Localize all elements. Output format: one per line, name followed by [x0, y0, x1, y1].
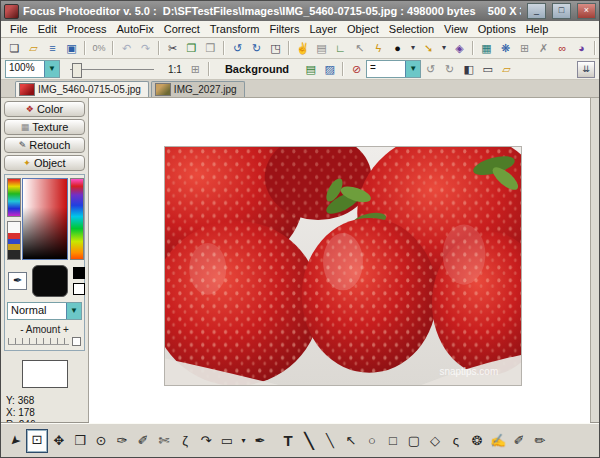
frame-icon[interactable]: ⊞ — [516, 40, 533, 56]
menu-object[interactable]: Object — [342, 23, 384, 35]
save-icon[interactable]: ▣ — [63, 40, 80, 56]
image-icon[interactable]: ▤ — [302, 61, 319, 77]
palette-strip[interactable] — [7, 221, 21, 260]
path-icon[interactable]: ✗ — [535, 40, 552, 56]
eyedropper-icon[interactable]: ✒ — [8, 272, 27, 290]
saturation-value-picker[interactable] — [22, 178, 68, 260]
fit-window-icon[interactable]: ⊞ — [187, 61, 204, 77]
marquee-tool[interactable]: ▭ — [217, 430, 237, 452]
s-curve-tool[interactable]: ς — [446, 430, 466, 452]
open-preset-icon[interactable]: ▱ — [498, 61, 515, 77]
menu-selection[interactable]: Selection — [384, 23, 439, 35]
chevron-down-icon[interactable]: ▼ — [44, 61, 59, 77]
panel-button-retouch[interactable]: ✎ Retouch — [4, 137, 85, 153]
redo-icon[interactable]: ↷ — [137, 40, 154, 56]
browse-icon[interactable]: ∞ — [554, 40, 571, 56]
menu-file[interactable]: File — [5, 23, 33, 35]
white-point-icon[interactable]: ↖ — [351, 40, 368, 56]
menu-edit[interactable]: Edit — [33, 23, 62, 35]
panel-button-texture[interactable]: ▦ Texture — [4, 119, 85, 135]
quick-fix-icon[interactable]: ➘ — [420, 40, 437, 56]
smudge-tool[interactable]: ⊙ — [91, 430, 111, 452]
crop-icon[interactable]: ◳ — [267, 40, 284, 56]
minimize-button[interactable]: _ — [527, 3, 546, 19]
new-icon[interactable]: ❏ — [6, 40, 23, 56]
amount-slider-thumb[interactable] — [72, 337, 81, 346]
zoom-slider[interactable] — [70, 69, 154, 70]
view-undo-icon[interactable]: ↺ — [422, 61, 439, 77]
undo-icon[interactable]: ↶ — [118, 40, 135, 56]
thick-line-tool[interactable]: ╲ — [299, 430, 319, 452]
canvas-area[interactable]: snaptips.com — [89, 98, 590, 423]
right-panel-strip[interactable] — [590, 98, 599, 423]
black-point-icon[interactable]: ● — [389, 40, 406, 56]
paste-icon[interactable]: ❒ — [202, 40, 219, 56]
eraser-tool[interactable]: ✏ — [530, 430, 550, 452]
lock-adjust-icon[interactable]: ⊘ — [348, 61, 365, 77]
menu-layer[interactable]: Layer — [304, 23, 342, 35]
menu-correct[interactable]: Correct — [159, 23, 205, 35]
chevron-down-icon[interactable]: ▼ — [405, 61, 420, 77]
tab-img-2027[interactable]: IMG_2027.jpg — [151, 81, 245, 97]
panel-button-color[interactable]: ❖ Color — [4, 101, 85, 117]
tab-img-5460[interactable]: IMG_5460-0715-05.jpg — [15, 81, 149, 97]
effects-icon[interactable]: ❋ — [497, 40, 514, 56]
line-tool[interactable]: ╲ — [320, 430, 340, 452]
background-color-swatch[interactable] — [73, 283, 85, 295]
menu-autofix[interactable]: AutoFix — [111, 23, 158, 35]
autofix-icon[interactable]: ✌ — [294, 40, 311, 56]
ellipse-tool[interactable]: ○ — [362, 430, 382, 452]
rotate-right-icon[interactable]: ↻ — [248, 40, 265, 56]
retouch-brush-tool[interactable]: ✐ — [133, 430, 153, 452]
clone-tool[interactable]: ✑ — [112, 430, 132, 452]
panel-button-object[interactable]: ✦ Object — [4, 155, 85, 171]
color-wheel-icon[interactable]: ◕ — [573, 40, 590, 56]
menu-view[interactable]: View — [439, 23, 473, 35]
cut-icon[interactable]: ✂ — [164, 40, 181, 56]
print-icon[interactable]: ▤ — [313, 40, 330, 56]
fill-tool[interactable]: ❂ — [467, 430, 487, 452]
close-button[interactable]: × — [577, 3, 596, 19]
thumbnail-icon[interactable]: ▦ — [478, 40, 495, 56]
rectangle-tool[interactable]: □ — [383, 430, 403, 452]
cut-selection-tool[interactable]: ✄ — [154, 430, 174, 452]
arrow-tool[interactable]: ↖ — [341, 430, 361, 452]
more-tools-button[interactable]: ⇊ — [577, 61, 595, 78]
polygon-tool[interactable]: ◇ — [425, 430, 445, 452]
palette-strip[interactable] — [7, 178, 21, 217]
rounded-rect-tool[interactable]: ▢ — [404, 430, 424, 452]
curve-tool[interactable]: ↷ — [196, 430, 216, 452]
style-text-tool[interactable]: ✍ — [488, 430, 508, 452]
view-redo-icon[interactable]: ↻ — [441, 61, 458, 77]
send-image-icon[interactable]: ▨ — [321, 61, 338, 77]
hue-bar[interactable] — [70, 178, 84, 260]
copy-icon[interactable]: ❐ — [183, 40, 200, 56]
current-color-swatch[interactable] — [32, 265, 68, 297]
brush-tool[interactable]: ✐ — [509, 430, 529, 452]
color-picker-tool[interactable]: ✒ — [250, 430, 270, 452]
chevron-down-icon[interactable]: ▾ — [439, 40, 449, 56]
chevron-down-icon[interactable]: ▾ — [238, 430, 249, 452]
mask-icon[interactable]: ◧ — [460, 61, 477, 77]
maximize-button[interactable]: □ — [552, 3, 571, 19]
zoom-combobox[interactable]: 100% ▼ — [5, 60, 60, 78]
menu-help[interactable]: Help — [521, 23, 554, 35]
menu-filters[interactable]: Filters — [265, 23, 305, 35]
blend-combobox[interactable]: = ▼ — [366, 60, 421, 78]
open-image[interactable]: snaptips.com — [164, 146, 522, 386]
paste-object-tool[interactable]: ❒ — [70, 430, 90, 452]
amount-slider[interactable] — [8, 338, 69, 345]
chevron-down-icon[interactable]: ▾ — [408, 40, 418, 56]
chevron-down-icon[interactable]: ▼ — [66, 303, 81, 319]
text-tool[interactable]: T — [278, 430, 298, 452]
menu-options[interactable]: Options — [473, 23, 521, 35]
open-icon[interactable]: ▱ — [25, 40, 42, 56]
rotate-left-icon[interactable]: ↺ — [229, 40, 246, 56]
histogram-icon[interactable]: ∟ — [332, 40, 349, 56]
enhance-icon[interactable]: ϟ — [370, 40, 387, 56]
blend-mode-combobox[interactable]: Normal ▼ — [7, 302, 82, 320]
move-tool[interactable]: ✥ — [49, 430, 69, 452]
menu-transform[interactable]: Transform — [205, 23, 265, 35]
selection-icon[interactable]: ▭ — [479, 61, 496, 77]
freehand-select-tool[interactable]: ζ — [175, 430, 195, 452]
